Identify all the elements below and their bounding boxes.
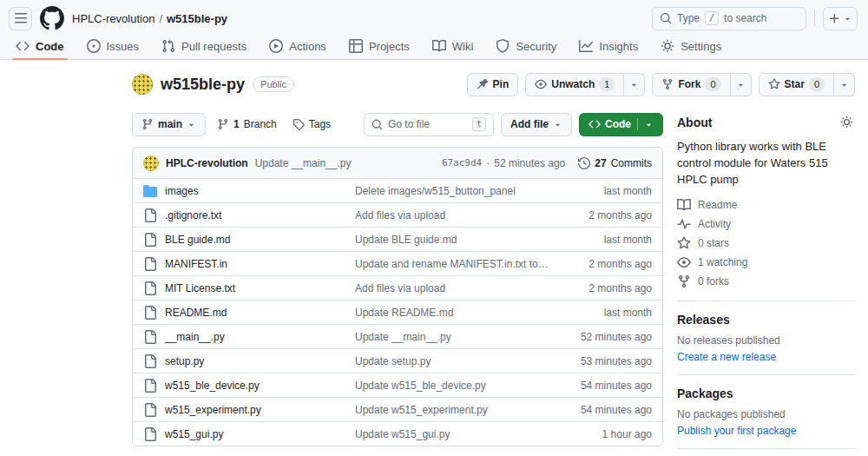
fork-icon bbox=[661, 78, 674, 90]
code-button[interactable]: Code bbox=[579, 113, 663, 136]
org-avatar[interactable] bbox=[132, 74, 153, 95]
fork-button-group: Fork 0 bbox=[652, 73, 751, 96]
file-name-cell: w515_experiment.py bbox=[143, 403, 355, 417]
about-meta-list: ReadmeActivity0 stars1 watching0 forks bbox=[677, 198, 855, 289]
gear-icon bbox=[661, 39, 674, 53]
branch-selector-button[interactable]: main bbox=[132, 113, 206, 136]
search-placeholder-prefix: Type bbox=[677, 12, 700, 24]
edit-repo-details-button[interactable] bbox=[838, 114, 855, 130]
global-search-input[interactable]: Type / to search bbox=[652, 7, 806, 30]
branch-toolbar: main 1 Branch Tags Go to file t bbox=[132, 112, 663, 136]
file-link[interactable]: setup.py bbox=[165, 355, 204, 367]
tab-label: Issues bbox=[107, 40, 140, 53]
tab-code[interactable]: Code bbox=[7, 33, 73, 59]
commit-history-link[interactable]: 27 Commits bbox=[578, 157, 652, 169]
file-commit-message-link[interactable]: Update BLE guide.md bbox=[355, 234, 561, 246]
tab-pull-requests[interactable]: Pull requests bbox=[153, 33, 255, 59]
caret-down-icon bbox=[629, 80, 639, 89]
go-to-file-placeholder: Go to file bbox=[388, 118, 467, 130]
breadcrumb-org[interactable]: HPLC-revolution bbox=[72, 12, 155, 25]
file-commit-message-link[interactable]: Update README.md bbox=[355, 307, 561, 319]
file-link[interactable]: BLE guide.md bbox=[165, 234, 230, 246]
pin-button[interactable]: Pin bbox=[467, 73, 519, 96]
file-link[interactable]: w515_experiment.py bbox=[165, 404, 261, 416]
file-icon bbox=[143, 208, 157, 222]
tab-actions[interactable]: Actions bbox=[260, 33, 335, 59]
branches-link[interactable]: 1 Branch bbox=[213, 118, 281, 130]
about-meta-pulse[interactable]: Activity bbox=[677, 217, 855, 232]
file-commit-message-link[interactable]: Update __main__.py bbox=[355, 331, 561, 343]
sidebar-divider bbox=[677, 374, 855, 375]
file-link[interactable]: README.md bbox=[165, 307, 227, 319]
about-meta-eye[interactable]: 1 watching bbox=[677, 255, 855, 270]
tab-wiki[interactable]: Wiki bbox=[424, 33, 483, 59]
go-to-file-input[interactable]: Go to file t bbox=[364, 113, 494, 136]
visibility-badge: Public bbox=[253, 76, 294, 92]
caret-down-icon bbox=[736, 80, 746, 89]
file-commit-message-link[interactable]: Update w515_ble_device.py bbox=[355, 380, 561, 392]
file-row: BLE guide.mdUpdate BLE guide.mdlast mont… bbox=[133, 227, 662, 251]
git-branch-icon bbox=[141, 118, 154, 130]
file-commit-message-link[interactable]: Delete images/w515_button_panel bbox=[355, 185, 561, 197]
fork-dropdown-button[interactable] bbox=[731, 73, 752, 96]
star-button[interactable]: Star 0 bbox=[759, 73, 834, 96]
file-commit-message-link[interactable]: Add files via upload bbox=[355, 209, 561, 221]
file-updated-time: 2 months ago bbox=[561, 209, 652, 221]
breadcrumb: HPLC-revolution / w515ble-py bbox=[72, 12, 227, 25]
about-meta-book[interactable]: Readme bbox=[677, 198, 855, 213]
file-updated-time: 1 hour ago bbox=[561, 428, 652, 440]
hamburger-button[interactable] bbox=[9, 7, 32, 30]
create-release-link[interactable]: Create a new release bbox=[677, 351, 776, 363]
commit-author-avatar[interactable] bbox=[143, 155, 159, 171]
tab-settings[interactable]: Settings bbox=[652, 33, 730, 59]
tab-security[interactable]: Security bbox=[487, 33, 565, 59]
add-file-button[interactable]: Add file bbox=[501, 113, 572, 136]
pulse-icon bbox=[677, 217, 691, 231]
tab-issues[interactable]: Issues bbox=[78, 33, 148, 59]
file-commit-message-link[interactable]: Update setup.py bbox=[355, 355, 561, 367]
file-table-body: imagesDelete images/w515_button_panellas… bbox=[133, 178, 662, 446]
about-meta-fork[interactable]: 0 forks bbox=[677, 274, 855, 289]
github-mark-icon bbox=[40, 6, 64, 30]
github-logo[interactable] bbox=[40, 6, 64, 30]
file-commit-message-link[interactable]: Update w515_experiment.py bbox=[355, 404, 561, 416]
file-name-cell: MIT License.txt bbox=[143, 281, 355, 295]
file-link[interactable]: __main__.py bbox=[165, 331, 225, 343]
commit-sha-link[interactable]: 67ac9d4 bbox=[442, 157, 482, 169]
commit-time: 52 minutes ago bbox=[494, 157, 565, 169]
file-commit-message-link[interactable]: Add files via upload bbox=[355, 282, 561, 294]
file-updated-time: last month bbox=[561, 234, 652, 246]
file-link[interactable]: MIT License.txt bbox=[165, 282, 235, 294]
star-count: 0 bbox=[809, 77, 825, 91]
file-link[interactable]: .gitignore.txt bbox=[165, 209, 221, 221]
file-link[interactable]: w515_gui.py bbox=[165, 428, 223, 440]
watch-dropdown-button[interactable] bbox=[624, 73, 645, 96]
file-commit-message-link[interactable]: Update and rename MANIFEST.in.txt to MAN… bbox=[355, 258, 561, 270]
file-row: w515_ble_device.pyUpdate w515_ble_device… bbox=[133, 373, 662, 397]
about-meta-star[interactable]: 0 stars bbox=[677, 236, 855, 251]
file-commit-message-link[interactable]: Update w515_gui.py bbox=[355, 428, 561, 440]
commit-author-link[interactable]: HPLC-revolution bbox=[166, 157, 248, 169]
commit-count-word: Commits bbox=[611, 157, 652, 169]
create-new-button[interactable] bbox=[823, 7, 858, 30]
commit-message-link[interactable]: Update __main__.py bbox=[255, 157, 352, 169]
star-dropdown-button[interactable] bbox=[834, 73, 855, 96]
file-link[interactable]: w515_ble_device.py bbox=[165, 380, 260, 392]
file-updated-time: 54 minutes ago bbox=[561, 404, 652, 416]
tab-insights[interactable]: Insights bbox=[570, 33, 647, 59]
file-link[interactable]: MANIFEST.in bbox=[165, 258, 227, 270]
fork-button[interactable]: Fork 0 bbox=[652, 73, 730, 96]
unwatch-button[interactable]: Unwatch 1 bbox=[525, 73, 624, 96]
packages-empty-text: No packages published bbox=[677, 408, 855, 420]
file-link[interactable]: images bbox=[165, 185, 199, 197]
meta-label: 0 stars bbox=[698, 237, 729, 249]
publish-package-link[interactable]: Publish your first package bbox=[677, 425, 796, 437]
go-to-file-key: t bbox=[472, 117, 486, 131]
tab-label: Insights bbox=[599, 40, 638, 53]
meta-label: 1 watching bbox=[698, 256, 747, 268]
tags-link[interactable]: Tags bbox=[288, 118, 335, 130]
tab-projects[interactable]: Projects bbox=[340, 33, 418, 59]
repo-header: w515ble-py Public Pin Unwatch 1 Fork 0 bbox=[132, 71, 855, 97]
repo-nav: CodeIssuesPull requestsActionsProjectsWi… bbox=[0, 33, 868, 60]
breadcrumb-repo[interactable]: w515ble-py bbox=[167, 12, 227, 25]
